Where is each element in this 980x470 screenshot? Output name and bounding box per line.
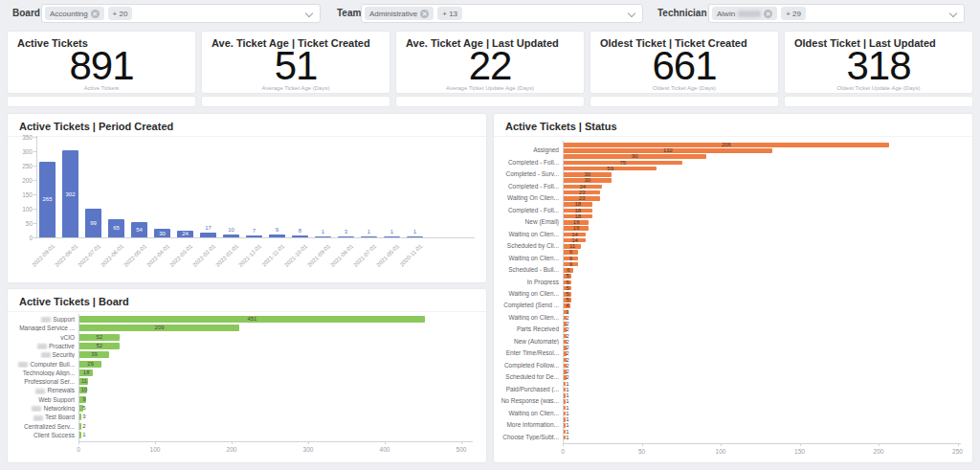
bar-value-label: 451	[247, 316, 256, 323]
bar-value-label: 206	[722, 142, 731, 147]
category-label: New (Email)	[496, 219, 559, 226]
bar-value-label: 1	[566, 381, 568, 387]
kpi-footer-strip	[396, 97, 584, 106]
bar[interactable]	[269, 235, 285, 237]
bar-value-label: 54	[136, 227, 143, 233]
category-label: Parts Received	[496, 326, 559, 333]
category-label: Completed - Foll...	[496, 184, 559, 190]
bar-value-label: 1	[566, 387, 568, 392]
bar[interactable]	[223, 235, 239, 237]
bar-value-label: 16	[573, 225, 580, 231]
bar-value-label: 1	[566, 392, 568, 398]
bar[interactable]	[79, 432, 81, 438]
bar[interactable]	[361, 236, 377, 237]
bar-value-label: 2	[82, 423, 85, 430]
x-tick-label: 150	[794, 448, 805, 455]
board-chip[interactable]: Accounting✕	[45, 7, 104, 20]
redacted-prefix	[32, 406, 41, 412]
bar-value-label: 9	[569, 249, 572, 255]
bar-value-label: 302	[65, 191, 75, 197]
bar-value-label: 1	[413, 229, 416, 235]
x-tick-label: 0	[77, 446, 80, 453]
bar-value-label: 18	[575, 201, 582, 207]
kpi-card-avg-age-created: Ave. Ticket Age | Ticket Created 51 Aver…	[202, 32, 390, 106]
category-label: Waiting on Clien...	[496, 411, 559, 417]
y-tick-label: 100	[13, 206, 33, 213]
kpi-footer-strip	[8, 97, 195, 106]
bar-value-label: 3	[345, 229, 347, 235]
y-tick	[33, 237, 36, 238]
x-category-label: 2021-08-01	[329, 243, 354, 268]
x-category-label: 2022-01-01	[214, 243, 239, 268]
kpi-footer-strip	[202, 97, 390, 106]
x-tick-label: 100	[150, 446, 161, 453]
bar-value-label: 2	[566, 374, 568, 380]
bar[interactable]	[338, 236, 354, 237]
category-label: Completed - Foll...	[496, 160, 559, 167]
bar[interactable]	[315, 236, 331, 237]
bar[interactable]	[384, 236, 400, 237]
redacted-prefix	[37, 344, 47, 349]
x-category-label: 2021-07-01	[352, 243, 377, 268]
y-tick-label: 350	[13, 134, 33, 141]
kpi-subtitle: Oldest Ticket Age (Days)	[590, 85, 778, 91]
bar[interactable]	[79, 414, 81, 420]
category-label: Waiting on Clien...	[496, 315, 559, 322]
bar-value-label: 52	[96, 343, 102, 349]
technician-filter-select[interactable]: Alwin✕ + 29	[708, 4, 965, 23]
x-tick-label: 200	[227, 446, 237, 453]
bar-value-label: 2	[566, 339, 568, 345]
chip-remove-icon[interactable]: ✕	[764, 10, 772, 18]
category-label: Computer Buil...	[10, 361, 75, 368]
x-category-label: 2021-10-01	[283, 243, 308, 268]
bar-value-label: 265	[42, 196, 52, 202]
team-more-chip[interactable]: + 13	[437, 7, 462, 20]
category-label: Waiting on Clien...	[496, 256, 559, 262]
bar-value-label: 11	[569, 243, 575, 249]
bar[interactable]	[407, 236, 423, 237]
x-tick-label: 300	[303, 446, 314, 453]
chevron-down-icon[interactable]	[628, 10, 635, 17]
category-label: In Progress	[496, 280, 559, 286]
kpi-card-oldest-updated: Oldest Ticket | Last Updated 318 Oldest …	[785, 32, 972, 106]
x-tick	[879, 443, 880, 446]
chevron-down-icon[interactable]	[949, 10, 957, 17]
bar-value-label: 5	[566, 297, 568, 302]
chip-remove-icon[interactable]: ✕	[91, 10, 100, 18]
x-axis	[34, 237, 475, 238]
board-filter-select[interactable]: Accounting✕ + 20	[41, 4, 321, 23]
x-category-label: 2021-09-01	[306, 243, 331, 268]
panel-board: Active Tickets | Board 0100200300400500S…	[8, 289, 486, 462]
chevron-down-icon[interactable]	[305, 10, 313, 17]
bar-value-label: 23	[579, 195, 586, 201]
x-category-label: 2020-11-01	[398, 243, 423, 268]
bar-value-label: 99	[90, 220, 97, 226]
redacted-prefix	[35, 389, 45, 394]
bar-value-label: 132	[663, 147, 673, 153]
category-label: Waiting on Clien...	[496, 291, 559, 298]
team-chip[interactable]: Administrative✕	[365, 7, 434, 20]
category-label: Completed - Foll...	[496, 208, 559, 214]
bar[interactable]	[200, 233, 216, 237]
x-category-label: 2022-06-01	[100, 243, 124, 268]
technician-more-chip[interactable]: + 29	[781, 7, 806, 20]
panel-title: Active Tickets | Period Created	[8, 114, 486, 137]
chip-remove-icon[interactable]: ✕	[420, 10, 429, 18]
bar-value-label: 5	[82, 405, 85, 412]
x-tick-label: 400	[380, 446, 390, 453]
bar[interactable]	[79, 423, 81, 430]
team-filter-select[interactable]: Administrative✕ + 13	[361, 4, 643, 23]
x-axis	[78, 441, 473, 442]
board-more-chip[interactable]: + 20	[108, 7, 133, 20]
bar-value-label: 9	[276, 227, 278, 233]
category-label: New (Automate)	[496, 339, 559, 346]
x-tick	[958, 443, 959, 446]
y-tick	[33, 223, 36, 224]
bar-value-label: 2	[566, 350, 568, 356]
redacted-prefix	[41, 352, 51, 358]
bar-value-label: 1	[566, 429, 568, 435]
technician-chip[interactable]: Alwin✕	[712, 7, 777, 20]
y-tick-label: 0	[13, 235, 33, 241]
bar[interactable]	[246, 235, 262, 237]
bar[interactable]	[292, 235, 308, 237]
